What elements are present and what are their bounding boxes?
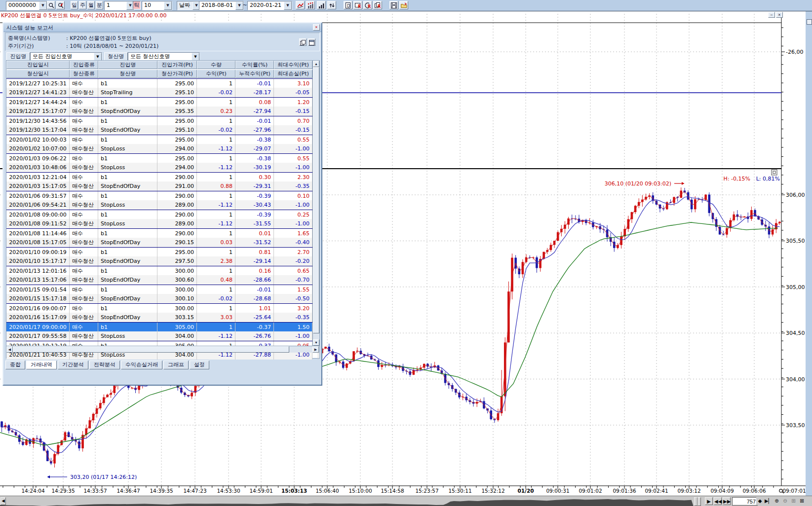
- navigator-left-button[interactable]: ◀: [0, 497, 6, 505]
- search-strategy-icon[interactable]: [56, 1, 65, 9]
- period-minute-button[interactable]: 분: [96, 1, 103, 9]
- chevron-down-icon[interactable]: ▼: [39, 1, 47, 10]
- period-tick-button[interactable]: 틱: [133, 1, 141, 9]
- table-row[interactable]: 2020/01/06 09:54:21매수청산StopLoss289.00-1.…: [6, 200, 312, 210]
- tab-0[interactable]: 종합: [5, 361, 25, 369]
- window-export-icon[interactable]: [308, 38, 315, 46]
- signal-bars-dots-icon[interactable]: [306, 1, 315, 9]
- table-row[interactable]: 2020/01/08 09:11:52매수청산StopLoss289.00-1.…: [6, 219, 312, 228]
- column-header[interactable]: 청산일시: [6, 70, 70, 78]
- table-row[interactable]: 2020/01/16 09:00:07매수b1300.0011.013.20: [6, 303, 312, 313]
- column-header[interactable]: 진입명: [98, 61, 157, 69]
- date-from-combo[interactable]: 2018-08-01 ▼: [199, 1, 244, 10]
- tab-5[interactable]: 그래프: [163, 361, 189, 369]
- dialog-close-icon[interactable]: ×: [313, 24, 320, 31]
- date-to-combo[interactable]: 2020-01-21 ▼: [247, 1, 292, 10]
- play-icon[interactable]: ▶: [705, 497, 713, 505]
- column-header[interactable]: 최대수익(Pt): [274, 61, 312, 69]
- table-row[interactable]: 2020/01/10 15:17:17매수청산StopEndOfDay297.5…: [6, 256, 312, 266]
- trend-check-icon[interactable]: [296, 1, 305, 9]
- rewind-icon[interactable]: ◀◀: [714, 497, 722, 505]
- tab-2[interactable]: 기간분석: [58, 361, 88, 369]
- bar-chart-icon[interactable]: [317, 1, 326, 9]
- vertical-scrollbar[interactable]: ▲ ▼: [312, 61, 319, 346]
- table-row[interactable]: 2020/01/03 12:21:04매수b1290.0010.302.30: [6, 172, 312, 181]
- candle-count-input[interactable]: [732, 497, 758, 506]
- column-header[interactable]: 진입가격(Pt): [157, 61, 197, 69]
- column-header[interactable]: 수익률(%): [235, 61, 274, 69]
- table-row[interactable]: 2020/01/15 09:01:54매수b1300.001-0.011.55: [6, 285, 312, 294]
- table-row[interactable]: 2020/01/17 09:00:00매수b1305.001-0.371.50: [6, 322, 312, 331]
- screen-r-icon[interactable]: R: [353, 1, 362, 9]
- copy-r-icon[interactable]: R: [373, 1, 382, 9]
- open-folder-icon[interactable]: [399, 1, 408, 9]
- minimize-button[interactable]: −: [768, 12, 775, 18]
- table-row[interactable]: 2020/01/13 15:17:06매수청산StopEndOfDay300.6…: [6, 275, 312, 285]
- column-header[interactable]: 청산종류: [70, 70, 98, 78]
- sort-arrows-icon[interactable]: [327, 1, 336, 9]
- scroll-right-icon[interactable]: ▶: [312, 346, 319, 353]
- chevron-down-icon[interactable]: ▼: [284, 1, 292, 10]
- tab-4[interactable]: 수익손실거래: [121, 361, 162, 369]
- chart-r-icon[interactable]: R: [363, 1, 372, 9]
- save-icon[interactable]: [389, 1, 398, 9]
- table-row[interactable]: 2020/01/10 09:00:19매수b1295.0010.812.70: [6, 247, 312, 256]
- expand-arrows-icon[interactable]: ◆: [756, 497, 764, 505]
- tab-6[interactable]: 설정: [190, 361, 209, 369]
- table-row[interactable]: 2020/01/08 15:17:05매수청산StopEndOfDay290.1…: [6, 238, 312, 247]
- table-row[interactable]: 2020/01/06 09:31:57매수b1290.001-0.390.10: [6, 191, 312, 200]
- table-row[interactable]: 2020/01/03 09:06:22매수b1295.001-0.380.55: [6, 153, 312, 163]
- table-row[interactable]: 2020/01/13 12:01:16매수b1300.0010.160.65: [6, 266, 312, 275]
- table-row[interactable]: 2019/12/27 15:17:07매수청산StopEndOfDay295.3…: [6, 107, 312, 116]
- zoom-in-icon[interactable]: ⊕: [773, 497, 780, 505]
- column-header[interactable]: 청산명: [98, 70, 157, 78]
- close-button[interactable]: ×: [776, 12, 783, 18]
- tick-value-combo[interactable]: 10 ▼: [142, 1, 172, 10]
- table-row[interactable]: 2020/01/02 10:00:03매수b1295.001-0.380.55: [6, 135, 312, 144]
- tab-3[interactable]: 전략분석: [89, 361, 120, 369]
- right-scroll-strip[interactable]: [806, 12, 812, 496]
- chart-navigator[interactable]: ◀ ▶ ◀◀ ▶▶ ◆ ▶▏ ⊕ ⊖ ⊞ ⊠: [0, 496, 812, 506]
- search-icon[interactable]: [47, 1, 55, 9]
- table-row[interactable]: 2020/01/08 11:14:46매수b1290.0010.011.65: [6, 228, 312, 238]
- scroll-down-icon[interactable]: ▼: [313, 339, 319, 346]
- table-row[interactable]: 2020/01/15 15:17:18매수청산StopEndOfDay300.1…: [6, 294, 312, 303]
- vertical-scroll-thumb[interactable]: [313, 67, 319, 333]
- grid-icon[interactable]: ⊞: [790, 497, 797, 505]
- period-value-combo[interactable]: 1 ▼: [104, 1, 135, 10]
- table-row[interactable]: 2019/12/27 14:44:24매수b1295.0010.081.20: [6, 97, 312, 107]
- range-handle[interactable]: [694, 497, 697, 506]
- document-d-icon[interactable]: D: [344, 1, 352, 9]
- table-row[interactable]: 2019/12/30 15:17:04매수청산StopEndOfDay295.1…: [6, 125, 312, 135]
- zoom-out-icon[interactable]: ⊖: [781, 497, 789, 505]
- table-row[interactable]: 2020/01/17 09:55:58매수청산StopLoss304.00-1.…: [6, 331, 312, 341]
- scroll-left-icon[interactable]: ◀: [6, 346, 13, 353]
- table-row[interactable]: 2019/12/27 14:41:23매수청산StopTrailing295.1…: [6, 88, 312, 97]
- table-row[interactable]: 2019/12/30 14:43:56매수b1295.001-0.010.70: [6, 116, 312, 125]
- period-week-button[interactable]: 주: [79, 1, 86, 9]
- dialog-title-bar[interactable]: 시스템 성능 보고서 ×: [3, 23, 321, 32]
- fast-forward-icon[interactable]: ▶▶: [723, 497, 731, 505]
- scroll-box[interactable]: [807, 19, 812, 25]
- symbol-combo[interactable]: 00000000 ▼: [6, 1, 47, 10]
- column-header[interactable]: 진입종류: [70, 61, 98, 69]
- table-row[interactable]: 2020/01/08 09:00:00매수b1290.001-0.390.25: [6, 210, 312, 219]
- column-header[interactable]: 청산가격(Pt): [157, 70, 197, 78]
- table-row[interactable]: 2020/01/03 15:17:05매수청산StopEndOfDay291.0…: [6, 181, 312, 191]
- close-box-icon[interactable]: ⊠: [798, 497, 806, 505]
- column-header[interactable]: 최대손실(Pt): [274, 70, 312, 78]
- column-header[interactable]: 수량: [197, 61, 235, 69]
- table-row[interactable]: 2020/01/03 10:48:06매수청산StopLoss294.00-1.…: [6, 163, 312, 172]
- range-handle[interactable]: [697, 497, 701, 506]
- horizontal-scroll-thumb[interactable]: [13, 346, 289, 353]
- date-mode-combo[interactable]: 날짜 ▼: [177, 1, 201, 10]
- scroll-up-icon[interactable]: ▲: [313, 61, 319, 67]
- chevron-down-icon[interactable]: ▼: [164, 1, 172, 10]
- table-row[interactable]: 2020/01/16 15:17:09매수청산StopEndOfDay303.1…: [6, 313, 312, 322]
- column-header[interactable]: 수익(Pt): [197, 70, 235, 78]
- window-copy-icon[interactable]: [299, 38, 307, 46]
- table-row[interactable]: 2020/01/02 10:07:00매수청산StopLoss294.00-1.…: [6, 144, 312, 153]
- column-header[interactable]: 누적수익(Pt): [235, 70, 274, 78]
- step-end-icon[interactable]: ▶▏: [765, 497, 772, 505]
- tab-1[interactable]: 거래내역: [26, 361, 57, 369]
